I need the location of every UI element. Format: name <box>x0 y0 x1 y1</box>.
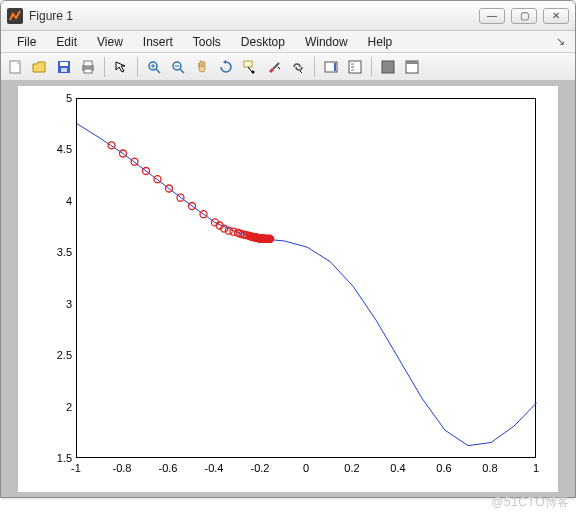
x-tick-label: -0.4 <box>199 462 229 474</box>
y-tick-label: 3 <box>42 298 72 310</box>
svg-rect-21 <box>349 61 361 73</box>
window-title: Figure 1 <box>29 9 479 23</box>
show-icon <box>404 59 420 75</box>
minimize-icon: — <box>487 10 497 21</box>
datacursor-icon <box>242 59 258 75</box>
close-icon: ✕ <box>552 10 560 21</box>
x-tick-label: 0.8 <box>475 462 505 474</box>
colorbar-button[interactable] <box>320 56 342 78</box>
menu-edit[interactable]: Edit <box>46 33 87 51</box>
y-tick-label: 4 <box>42 195 72 207</box>
svg-rect-6 <box>84 61 92 66</box>
menu-file[interactable]: File <box>7 33 46 51</box>
y-tick-label: 2.5 <box>42 349 72 361</box>
open-icon <box>32 59 48 75</box>
zoom-out-icon <box>170 59 186 75</box>
maximize-icon: ▢ <box>520 10 529 21</box>
x-tick-label: -1 <box>61 462 91 474</box>
plot-area <box>77 99 537 459</box>
toolbar-separator <box>314 57 315 77</box>
pan-icon <box>194 59 210 75</box>
y-tick-label: 2 <box>42 401 72 413</box>
matlab-icon <box>7 8 23 24</box>
new-icon <box>8 59 24 75</box>
brush-button[interactable] <box>263 56 285 78</box>
legend-icon <box>347 59 363 75</box>
figure-canvas[interactable]: 1.522.533.544.55-1-0.8-0.6-0.4-0.200.20.… <box>1 81 575 497</box>
x-tick-label: 0.6 <box>429 462 459 474</box>
zoom-in-button[interactable] <box>143 56 165 78</box>
x-tick-label: 0 <box>291 462 321 474</box>
rotate-button[interactable] <box>215 56 237 78</box>
svg-line-13 <box>180 69 184 73</box>
minimize-button[interactable]: — <box>479 8 505 24</box>
new-figure-button[interactable] <box>5 56 27 78</box>
print-button[interactable] <box>77 56 99 78</box>
x-tick-label: 1 <box>521 462 551 474</box>
svg-rect-7 <box>84 69 92 73</box>
x-tick-label: 0.2 <box>337 462 367 474</box>
menu-desktop[interactable]: Desktop <box>231 33 295 51</box>
data-cursor-button[interactable] <box>239 56 261 78</box>
figure-window: Figure 1 — ▢ ✕ File Edit View Insert Too… <box>0 0 576 498</box>
link-icon <box>290 59 306 75</box>
menu-tools[interactable]: Tools <box>183 33 231 51</box>
show-tools-button[interactable] <box>401 56 423 78</box>
open-button[interactable] <box>29 56 51 78</box>
svg-rect-15 <box>244 61 252 67</box>
maximize-button[interactable]: ▢ <box>511 8 537 24</box>
x-tick-label: 0.4 <box>383 462 413 474</box>
svg-point-17 <box>252 70 255 73</box>
title-bar[interactable]: Figure 1 — ▢ ✕ <box>1 1 575 31</box>
print-icon <box>80 59 96 75</box>
toolbar <box>1 53 575 81</box>
window-controls: — ▢ ✕ <box>479 8 569 24</box>
y-tick-label: 5 <box>42 92 72 104</box>
svg-rect-3 <box>60 62 68 66</box>
menu-window[interactable]: Window <box>295 33 358 51</box>
link-button[interactable] <box>287 56 309 78</box>
toolbar-separator <box>104 57 105 77</box>
close-button[interactable]: ✕ <box>543 8 569 24</box>
x-tick-label: -0.6 <box>153 462 183 474</box>
hide-tools-button[interactable] <box>377 56 399 78</box>
svg-line-9 <box>156 69 160 73</box>
axes-box <box>76 98 536 458</box>
rotate-icon <box>218 59 234 75</box>
y-tick-label: 3.5 <box>42 246 72 258</box>
toolbar-separator <box>371 57 372 77</box>
legend-button[interactable] <box>344 56 366 78</box>
svg-rect-4 <box>61 68 67 72</box>
svg-rect-20 <box>334 63 336 71</box>
menu-insert[interactable]: Insert <box>133 33 183 51</box>
toolbar-separator <box>137 57 138 77</box>
colorbar-icon <box>323 59 339 75</box>
dock-toggle-icon[interactable]: ↘ <box>556 35 569 48</box>
watermark-text: @51CTO博客 <box>491 494 570 511</box>
arrow-icon <box>113 59 129 75</box>
svg-rect-27 <box>406 61 418 64</box>
save-button[interactable] <box>53 56 75 78</box>
x-tick-label: -0.2 <box>245 462 275 474</box>
menu-bar: File Edit View Insert Tools Desktop Wind… <box>1 31 575 53</box>
pan-button[interactable] <box>191 56 213 78</box>
zoom-out-button[interactable] <box>167 56 189 78</box>
zoom-in-icon <box>146 59 162 75</box>
save-icon <box>56 59 72 75</box>
x-tick-label: -0.8 <box>107 462 137 474</box>
menu-help[interactable]: Help <box>358 33 403 51</box>
svg-line-16 <box>248 67 252 72</box>
svg-rect-25 <box>382 61 394 73</box>
menu-view[interactable]: View <box>87 33 133 51</box>
hide-icon <box>380 59 396 75</box>
edit-plot-button[interactable] <box>110 56 132 78</box>
axes-background: 1.522.533.544.55-1-0.8-0.6-0.4-0.200.20.… <box>18 86 558 492</box>
brush-icon <box>266 59 282 75</box>
svg-line-18 <box>273 63 279 69</box>
y-tick-label: 4.5 <box>42 143 72 155</box>
